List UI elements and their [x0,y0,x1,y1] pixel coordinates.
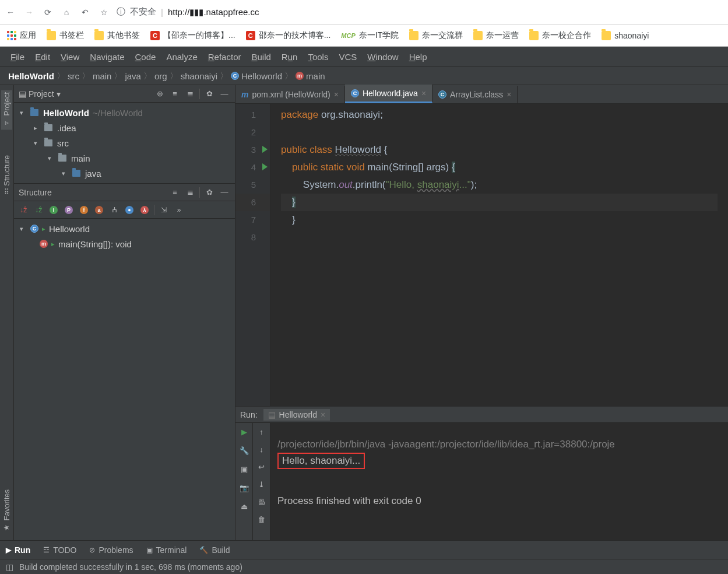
sort-alpha-icon[interactable]: ↓ẑ [17,204,29,216]
bookmark-folder-1[interactable]: 书签栏 [47,30,84,41]
scroll-end-icon[interactable]: ⤓ [256,479,267,489]
menu-navigate[interactable]: Navigate [85,50,129,64]
console-output[interactable]: /projector/ide/jbr/bin/java -javaagent:/… [270,423,728,540]
up-icon[interactable]: ↑ [256,426,267,437]
tree-node-main[interactable]: ▾main [14,150,235,166]
trash-icon[interactable]: 🗑 [256,514,267,524]
close-icon[interactable]: × [421,89,426,98]
code-area[interactable]: package org.shaonaiyi; public class Hell… [270,104,728,406]
bookmark-folder-6[interactable]: shaonaiyi [602,31,649,40]
filter-icon[interactable]: f [78,204,90,216]
editor-tab-pom[interactable]: mpom.xml (HelloWorld)× [235,86,345,103]
more-icon[interactable]: » [173,204,185,216]
sort-visibility-icon[interactable]: ↓ẑ [33,204,44,216]
menu-file[interactable]: File [6,50,29,64]
close-icon[interactable]: × [334,90,339,99]
tree-node-idea[interactable]: ▸.idea [14,120,235,135]
bottom-tab-terminal[interactable]: ▣Terminal [146,545,187,555]
breadcrumb-item[interactable]: org [154,71,167,81]
wrench-icon[interactable]: 🔧 [239,445,249,456]
print-icon[interactable]: 🖶 [256,496,267,507]
menu-vcs[interactable]: VCS [334,50,361,64]
windows-icon[interactable]: ◫ [6,562,13,572]
hide-icon[interactable]: — [219,88,230,100]
stop-icon[interactable]: ▣ [239,464,249,474]
exit-icon[interactable]: ⏏ [239,501,249,512]
bookmark-folder-5[interactable]: 奈一校企合作 [529,30,591,41]
editor-gutter[interactable]: 1 2 3 4 5 6 7 8 [235,104,270,406]
bookmark-link-3[interactable]: MCP奈一IT学院 [341,30,399,41]
tool-tab-structure[interactable]: ⠿Structure [1,153,12,197]
breadcrumb-method[interactable]: mmain [296,71,325,81]
down-icon[interactable]: ↓ [256,444,267,454]
filter-icon[interactable]: ⵄ [108,204,120,216]
tool-tab-project[interactable]: ▿Project [1,90,12,130]
tree-node-java[interactable]: ▾java [14,166,235,181]
menu-view[interactable]: View [56,50,84,64]
structure-method[interactable]: m▸ main(String[]): void [14,236,235,251]
editor-tab-helloworld[interactable]: CHelloworld.java× [345,85,432,103]
menu-build[interactable]: Build [247,50,275,64]
collapse-icon[interactable]: ≣ [184,187,196,198]
filter-icon[interactable]: λ [139,204,150,216]
close-icon[interactable]: × [507,90,511,99]
rerun-icon[interactable]: ▶ [239,426,249,437]
bookmark-folder-4[interactable]: 奈一运营 [473,30,519,41]
menu-window[interactable]: Window [363,50,403,64]
tree-root[interactable]: ▾ HelloWorld ~/HelloWorld [14,105,235,120]
hide-icon[interactable]: — [219,187,230,198]
filter-icon[interactable]: a [93,204,105,216]
tool-tab-favorites[interactable]: ★Favorites [1,487,12,534]
menu-run[interactable]: Run [277,50,303,64]
home-button[interactable]: ⌂ [61,6,72,18]
bookmark-link-1[interactable]: C【邵奈一的博客】... [150,30,235,41]
menu-code[interactable]: Code [131,50,161,64]
bookmark-star-button[interactable]: ☆ [98,6,110,18]
editor-tab-arraylist[interactable]: CArrayList.class× [432,86,518,103]
address-bar[interactable]: ⓘ 不安全 | http://▮▮▮.natappfree.cc [117,6,723,18]
structure-class[interactable]: ▾C▸ Helloworld [14,221,235,236]
breadcrumb-root[interactable]: HelloWorld [8,71,54,81]
breadcrumb-item[interactable]: shaonaiyi [181,71,217,81]
breadcrumb-item[interactable]: java [125,71,141,81]
gear-icon[interactable]: ✿ [203,187,215,198]
bottom-tab-todo[interactable]: ☲TODO [43,545,76,555]
bottom-tab-run[interactable]: ▶Run [6,545,30,555]
run-gutter-icon[interactable] [262,163,268,170]
editor-body[interactable]: 1 2 3 4 5 6 7 8 package org.shaonaiyi; p… [235,104,728,406]
camera-icon[interactable]: 📷 [239,482,249,493]
run-tab[interactable]: ▤Helloworld× [263,409,330,421]
structure-tree[interactable]: ▾C▸ Helloworld m▸ main(String[]): void [14,219,235,254]
locate-icon[interactable]: ⊕ [154,88,166,100]
menu-refactor[interactable]: Refactor [203,50,246,64]
autoscroll-icon[interactable]: ⇲ [158,204,170,216]
project-tree[interactable]: ▾ HelloWorld ~/HelloWorld ▸.idea ▾src ▾m… [14,103,235,183]
undo-nav-button[interactable]: ↶ [79,6,91,18]
close-icon[interactable]: × [321,410,325,419]
filter-icon[interactable]: ● [124,204,135,216]
menu-help[interactable]: Help [405,50,432,64]
forward-button[interactable]: → [23,6,35,18]
filter-icon[interactable]: I [48,204,59,216]
tree-node-src[interactable]: ▾src [14,135,235,150]
breadcrumb-item[interactable]: main [93,71,112,81]
breadcrumb-item[interactable]: src [68,71,79,81]
bookmark-folder-3[interactable]: 奈一交流群 [409,30,463,41]
menu-tools[interactable]: Tools [303,50,333,64]
run-gutter-icon[interactable] [262,146,268,153]
reload-button[interactable]: ⟳ [42,6,54,18]
breadcrumb-class[interactable]: CHelloworld [231,71,282,81]
bottom-tab-problems[interactable]: ⊘Problems [89,545,133,555]
gear-icon[interactable]: ✿ [203,88,215,100]
apps-button[interactable]: 应用 [7,30,36,41]
filter-icon[interactable]: P [63,204,75,216]
menu-edit[interactable]: Edit [30,50,55,64]
collapse-all-icon[interactable]: ≣ [184,88,196,100]
expand-all-icon[interactable]: ≡ [169,88,181,100]
soft-wrap-icon[interactable]: ↩ [256,461,267,472]
menu-analyze[interactable]: Analyze [161,50,202,64]
project-view-selector[interactable]: ▤Project▾ [19,89,150,99]
back-button[interactable]: ← [5,6,16,18]
bookmark-folder-2[interactable]: 其他书签 [94,30,140,41]
expand-icon[interactable]: ≡ [169,187,181,198]
